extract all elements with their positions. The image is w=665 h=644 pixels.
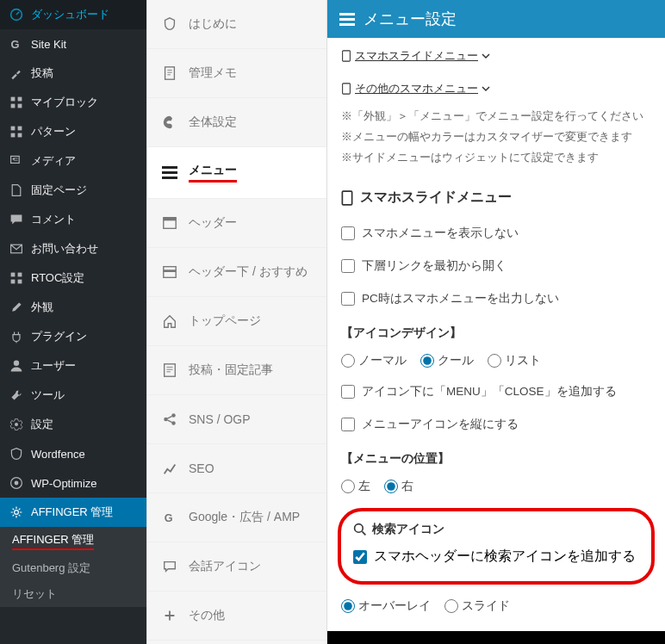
checkbox-hide-sp-menu[interactable]: スマホメニューを表示しない (341, 217, 651, 250)
settings-item-google[interactable]: G Google・広告 / AMP (147, 493, 326, 542)
checkbox-add-search-icon[interactable]: スマホヘッダーに検索アイコンを追加する (353, 544, 639, 569)
sidebar-item-pages[interactable]: 固定ページ (0, 176, 146, 205)
sidebar-item-wordfence[interactable]: Wordfence (0, 439, 146, 468)
sidebar-item-wpoptimize[interactable]: WP-Optimize (0, 468, 146, 498)
settings-item-header-under[interactable]: ヘッダー下 / おすすめ (147, 248, 326, 297)
settings-label: 管理メモ (189, 65, 237, 81)
svg-rect-37 (342, 191, 351, 205)
media-icon (9, 153, 24, 169)
svg-rect-2 (11, 97, 16, 102)
settings-label: ヘッダー (189, 215, 237, 231)
checkbox-input[interactable] (341, 259, 355, 273)
svg-rect-10 (11, 156, 20, 163)
checkbox-input[interactable] (341, 226, 355, 240)
submenu-item-reset[interactable]: リセット (0, 581, 146, 607)
radio-left[interactable]: 左 (341, 479, 370, 494)
grid-icon (9, 95, 24, 110)
sidebar-item-users[interactable]: ユーザー (0, 351, 146, 381)
sidebar-label: お問い合わせ (31, 241, 98, 257)
submenu-item-affinger-admin[interactable]: AFFINGER 管理 (0, 527, 146, 555)
checkbox-input[interactable] (341, 385, 355, 399)
settings-label: 会話アイコン (189, 559, 261, 574)
plug-icon (9, 329, 24, 344)
post-icon (161, 362, 178, 379)
sidebar-item-appearance[interactable]: 外観 (0, 293, 146, 322)
svg-point-31 (164, 418, 168, 422)
checkbox-open-lower-links[interactable]: 下層リンクを最初から開く (341, 250, 651, 282)
settings-item-general[interactable]: 全体設定 (147, 98, 326, 147)
sidebar-item-contact[interactable]: お問い合わせ (0, 234, 146, 263)
sidebar-label: RTOC設定 (31, 270, 84, 286)
checkbox-input[interactable] (341, 418, 355, 431)
svg-rect-35 (343, 51, 351, 61)
sidebar-label: AFFINGER 管理 (31, 505, 113, 520)
home-icon (161, 313, 178, 330)
group-heading-menu-position: 【メニューの位置】 (327, 441, 665, 472)
radio-slide[interactable]: スライド (444, 598, 510, 614)
checkbox-input[interactable] (353, 550, 367, 564)
svg-point-20 (15, 481, 19, 486)
settings-item-chat[interactable]: 会話アイコン (147, 542, 326, 591)
tabs: スマホスライドメニュー その他のスマホメニュー (327, 38, 665, 107)
checkbox-label: スマホメニューを表示しない (362, 226, 519, 241)
svg-point-38 (355, 524, 364, 533)
settings-item-menu[interactable]: メニュー (147, 147, 326, 199)
radio-right[interactable]: 右 (384, 479, 413, 494)
checkbox-label: 下層リンクを最初から開く (362, 258, 507, 274)
svg-text:G: G (165, 512, 173, 524)
checkbox-label: アイコン下に「MENU」「CLOSE」を追加する (362, 384, 617, 399)
radio-list[interactable]: リスト (488, 353, 541, 368)
settings-item-memo[interactable]: 管理メモ (147, 49, 326, 98)
settings-item-toppage[interactable]: トップページ (147, 297, 326, 346)
sidebar-item-tools[interactable]: ツール (0, 381, 146, 410)
svg-rect-4 (11, 104, 16, 108)
sidebar-label: 固定ページ (31, 183, 87, 198)
sidebar-label: 投稿 (31, 65, 53, 81)
checkbox-no-sp-on-pc[interactable]: PC時はスマホメニューを出力しない (341, 282, 651, 315)
group-heading-search-icon: 検索アイコン (353, 522, 639, 544)
checkbox-label: PC時はスマホメニューを出力しない (362, 291, 559, 307)
svg-point-32 (171, 413, 176, 418)
sidebar-item-myblock[interactable]: マイブロック (0, 88, 146, 117)
sidebar-item-plugins[interactable]: プラグイン (0, 322, 146, 351)
sidebar-item-comments[interactable]: コメント (0, 205, 146, 234)
radio-group-overlay: オーバーレイ スライド (341, 591, 651, 621)
submenu-item-gutenberg[interactable]: Gutenberg 設定 (0, 555, 146, 581)
settings-item-posts[interactable]: 投稿・固定記事 (147, 346, 326, 395)
sidebar-item-pattern[interactable]: パターン (0, 117, 146, 146)
phone-icon (341, 190, 353, 206)
sidebar-item-settings[interactable]: 設定 (0, 410, 146, 439)
shield-icon (9, 446, 24, 461)
settings-item-other[interactable]: その他 (147, 591, 326, 641)
phone-icon (341, 83, 351, 95)
settings-item-seo[interactable]: SEO (147, 444, 326, 493)
radio-cool[interactable]: クール (420, 353, 474, 368)
sidebar-item-rtoc[interactable]: RTOC設定 (0, 263, 146, 293)
svg-point-17 (14, 361, 19, 366)
svg-rect-3 (18, 97, 22, 102)
settings-item-intro[interactable]: はじめに (147, 0, 326, 49)
plus-icon (161, 607, 178, 624)
checkbox-vertical-icon[interactable]: メニューアイコンを縦にする (341, 408, 651, 441)
radio-overlay[interactable]: オーバーレイ (341, 598, 431, 614)
note-line: ※メニューの幅やカラーはカスタマイザーで変更できます (341, 127, 651, 148)
tab-sp-slide-menu[interactable]: スマホスライドメニュー (341, 48, 490, 64)
svg-point-25 (171, 117, 172, 119)
settings-item-sns[interactable]: SNS / OGP (147, 395, 326, 444)
tab-other-sp-menu[interactable]: その他のスマホメニュー (341, 81, 490, 96)
chevron-down-icon (482, 84, 490, 93)
radio-normal[interactable]: ノーマル (341, 353, 407, 368)
sidebar-item-media[interactable]: メディア (0, 146, 146, 176)
checkbox-input[interactable] (341, 292, 355, 306)
share-icon (161, 411, 178, 428)
sidebar-item-sitekit[interactable]: G Site Kit (0, 29, 146, 59)
checkbox-add-menu-close-text[interactable]: アイコン下に「MENU」「CLOSE」を追加する (341, 375, 651, 408)
settings-item-header[interactable]: ヘッダー (147, 199, 326, 248)
sidebar-item-dashboard[interactable]: ダッシュボード (0, 0, 146, 29)
sidebar-item-posts[interactable]: 投稿 (0, 59, 146, 88)
svg-rect-22 (165, 67, 175, 79)
header-icon (161, 214, 178, 232)
chat-icon (161, 558, 178, 575)
sidebar-item-affinger[interactable]: AFFINGER 管理 (0, 498, 146, 527)
sidebar-label: 外観 (31, 300, 53, 315)
